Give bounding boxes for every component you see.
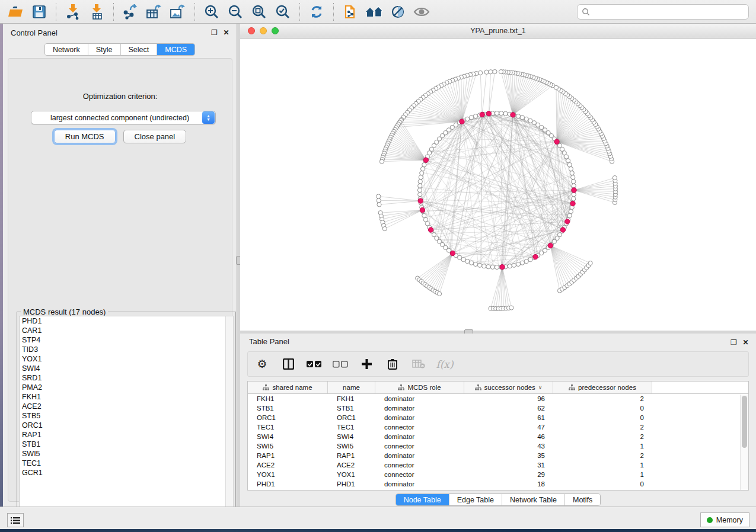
memory-button[interactable]: Memory — [700, 512, 749, 527]
network-node[interactable] — [420, 166, 425, 171]
network-node[interactable] — [469, 116, 473, 120]
mcds-result-item[interactable]: GCR1 — [20, 468, 226, 477]
network-node[interactable] — [495, 265, 499, 269]
network-node[interactable] — [566, 159, 570, 163]
task-history-button[interactable] — [7, 513, 24, 527]
show-graphics-button[interactable] — [411, 2, 432, 22]
table-row[interactable]: PHD1PHD1dominator180 — [248, 479, 748, 489]
zoom-in-button[interactable] — [201, 2, 222, 22]
criterion-dropdown[interactable]: largest connected component (undirected)… — [31, 111, 216, 124]
network-hub-node[interactable] — [418, 198, 423, 203]
network-leaf-node[interactable] — [377, 198, 381, 203]
table-scrollbar[interactable] — [740, 395, 748, 490]
network-leaf-node[interactable] — [377, 194, 381, 198]
network-hub-node[interactable] — [500, 264, 505, 269]
run-mcds-button[interactable]: Run MCDS — [54, 130, 116, 143]
refresh-layout-button[interactable] — [306, 2, 327, 22]
zoom-out-button[interactable] — [225, 2, 246, 22]
network-leaf-node[interactable] — [613, 175, 617, 180]
network-leaf-node[interactable] — [489, 70, 493, 74]
network-node[interactable] — [572, 184, 576, 188]
network-node[interactable] — [516, 114, 520, 118]
network-node[interactable] — [503, 111, 508, 116]
mcds-result-item[interactable]: STB5 — [20, 411, 226, 421]
network-node[interactable] — [469, 261, 473, 265]
mcds-result-scrollbar[interactable] — [225, 316, 234, 528]
table-row[interactable]: ORC1ORC1dominator610 — [248, 413, 748, 422]
toggle-style-button[interactable] — [387, 2, 409, 22]
network-hub-node[interactable] — [420, 207, 425, 212]
mcds-result-item[interactable]: ORC1 — [20, 421, 226, 430]
network-leaf-node[interactable] — [554, 85, 558, 89]
network-hub-node[interactable] — [554, 139, 559, 144]
network-hub-node[interactable] — [428, 227, 433, 232]
network-node[interactable] — [569, 209, 573, 213]
network-node[interactable] — [461, 258, 465, 262]
network-node[interactable] — [567, 162, 572, 166]
table-scrollbar-thumb[interactable] — [742, 396, 747, 448]
tab-motifs[interactable]: Motifs — [564, 494, 600, 505]
mcds-result-item[interactable]: TID3 — [20, 345, 226, 354]
network-leaf-node[interactable] — [493, 69, 497, 73]
export-network-button[interactable] — [120, 2, 141, 22]
network-node[interactable] — [567, 213, 572, 217]
network-node[interactable] — [465, 259, 470, 264]
tab-network[interactable]: Network — [45, 44, 88, 55]
mcds-result-item[interactable]: CAR1 — [20, 326, 226, 335]
column-header-MCDS-role[interactable]: MCDS role — [375, 382, 464, 393]
network-leaf-node[interactable] — [382, 227, 387, 231]
network-node[interactable] — [417, 188, 422, 192]
clone-network-button[interactable] — [340, 2, 361, 22]
save-session-button[interactable] — [28, 2, 50, 22]
network-node[interactable] — [572, 197, 576, 201]
column-header-predecessor-nodes[interactable]: predecessor nodes — [553, 382, 652, 393]
network-hub-node[interactable] — [533, 254, 538, 259]
mcds-result-item[interactable]: PMA2 — [20, 383, 226, 392]
network-hub-node[interactable] — [460, 119, 464, 124]
network-node[interactable] — [520, 116, 524, 120]
import-table-button[interactable] — [86, 2, 107, 22]
close-window-icon[interactable]: ✕ — [222, 28, 231, 37]
table-row[interactable]: RAP1RAP1dominator352 — [248, 451, 748, 460]
network-node[interactable] — [486, 265, 490, 269]
export-table-button[interactable] — [143, 2, 165, 22]
mcds-result-item[interactable]: PHD1 — [20, 316, 226, 326]
network-node[interactable] — [482, 264, 486, 268]
table-row[interactable]: STB1STB1dominator620 — [248, 403, 748, 413]
network-leaf-node[interactable] — [509, 306, 513, 310]
tab-node-table[interactable]: Node Table — [396, 494, 449, 505]
mcds-result-item[interactable]: TEC1 — [20, 459, 226, 468]
zoom-selected-button[interactable] — [272, 2, 294, 22]
network-leaf-node[interactable] — [437, 291, 441, 296]
network-hub-node[interactable] — [572, 188, 576, 193]
table-row[interactable]: ACE2ACE2connector311 — [248, 460, 748, 470]
network-hub-node[interactable] — [450, 251, 455, 255]
network-node[interactable] — [490, 265, 495, 269]
network-node[interactable] — [420, 171, 424, 175]
network-node[interactable] — [570, 171, 574, 175]
tab-mcds[interactable]: MCDS — [157, 44, 194, 55]
network-hub-node[interactable] — [480, 112, 484, 117]
network-node[interactable] — [477, 263, 481, 267]
network-leaf-node[interactable] — [499, 70, 503, 74]
network-hub-node[interactable] — [548, 243, 553, 248]
network-node[interactable] — [423, 217, 428, 222]
table-row[interactable]: FKH1FKH1dominator962 — [248, 394, 748, 403]
mcds-result-item[interactable]: STB1 — [20, 440, 226, 449]
table-row[interactable]: SWI5SWI5connector431 — [248, 441, 748, 451]
network-node[interactable] — [418, 184, 422, 188]
mcds-result-item[interactable]: RAP1 — [20, 430, 226, 440]
network-node[interactable] — [422, 213, 426, 217]
network-node[interactable] — [516, 262, 520, 266]
tab-select[interactable]: Select — [120, 44, 157, 55]
network-node[interactable] — [524, 259, 528, 264]
float-window-icon[interactable]: ❐ — [210, 28, 219, 37]
tab-style[interactable]: Style — [88, 44, 120, 55]
export-image-button[interactable] — [167, 2, 189, 22]
table-float-window-icon[interactable]: ❐ — [729, 338, 738, 347]
column-layout-button[interactable] — [281, 357, 295, 371]
network-node[interactable] — [520, 261, 524, 265]
table-settings-button[interactable]: ⚙ — [255, 357, 269, 371]
network-node[interactable] — [499, 111, 503, 116]
network-node[interactable] — [418, 180, 422, 184]
